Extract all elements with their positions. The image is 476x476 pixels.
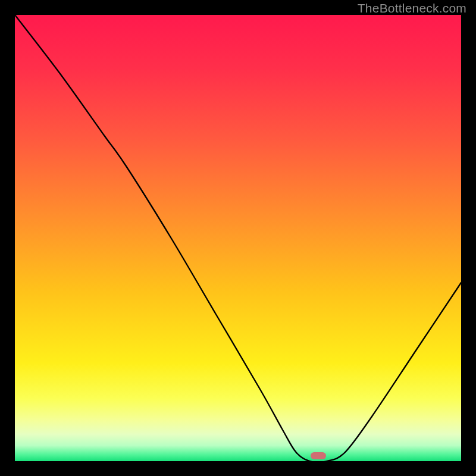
chart-frame: TheBottleneck.com xyxy=(0,0,476,476)
plot-area xyxy=(15,15,461,461)
watermark-text: TheBottleneck.com xyxy=(358,1,466,15)
optimal-marker xyxy=(311,452,326,459)
svg-rect-0 xyxy=(15,15,461,461)
background-gradient xyxy=(15,15,461,461)
